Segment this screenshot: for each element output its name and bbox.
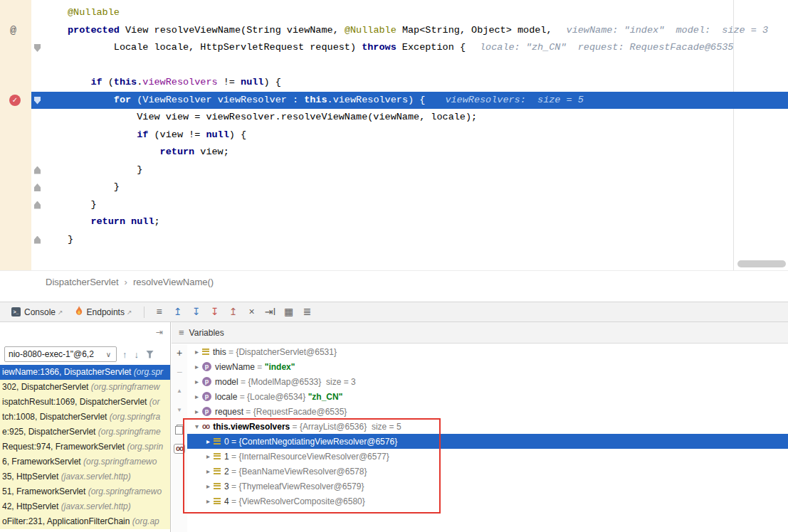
clear-output-icon[interactable]: × (243, 302, 261, 321)
chevron-right-icon[interactable]: ▸ (203, 452, 214, 460)
fold-down-icon[interactable] (34, 44, 41, 52)
frame-row[interactable]: e:925, DispatcherServlet (org.springfram… (0, 425, 170, 440)
chevron-right-icon[interactable]: ▸ (203, 467, 214, 475)
breakpoint-gutter[interactable] (0, 144, 31, 161)
breakpoint-gutter[interactable] (0, 4, 31, 22)
breakpoint-gutter[interactable]: ✓ (0, 92, 31, 110)
chevron-right-icon[interactable]: ▸ (191, 363, 202, 371)
code-line[interactable]: } (0, 179, 788, 196)
variable-row[interactable]: ▾oothis.viewResolvers = {ArrayList@6536}… (187, 419, 788, 434)
code-line[interactable]: Locale locale, HttpServletRequest reques… (0, 39, 788, 57)
frame-row[interactable]: ispatchResult:1069, DispatcherServlet (o… (0, 395, 170, 410)
frame-row[interactable]: oFilter:231, ApplicationFilterChain (org… (0, 514, 170, 529)
fold-up-icon[interactable] (34, 166, 41, 174)
thread-dropdown[interactable]: nio-8080-exec-1"@6,2 ∨ (4, 346, 117, 362)
show-watches-icon[interactable]: oo (174, 444, 185, 454)
breakpoint-gutter[interactable] (0, 161, 31, 179)
variable-row[interactable]: ▸3 = {ThymeleafViewResolver@6579} (187, 479, 788, 494)
breakpoint-icon[interactable]: ✓ (9, 95, 21, 106)
fold-gutter[interactable] (31, 161, 44, 179)
chevron-right-icon[interactable]: ▸ (191, 348, 202, 356)
code-line[interactable]: ✓for (ViewResolver viewResolver : this.v… (0, 92, 788, 110)
variable-row[interactable]: ▸4 = {ViewResolverComposite@6580} (187, 494, 788, 509)
add-watch-icon[interactable]: + (177, 348, 182, 358)
breadcrumb-item[interactable]: DispatcherServlet (46, 277, 119, 287)
fold-gutter[interactable] (31, 74, 44, 92)
code-line[interactable]: return view; (0, 144, 788, 161)
grid-icon[interactable]: ▦ (280, 302, 298, 321)
chevron-down-icon[interactable]: ▾ (191, 422, 202, 430)
frame-row[interactable]: 42, HttpServlet (javax.servlet.http) (0, 499, 170, 514)
code-line[interactable]: } (0, 231, 788, 249)
code-area[interactable]: @Nullable@protected View resolveViewName… (0, 4, 788, 248)
code-line[interactable]: } (0, 196, 788, 214)
code-line[interactable]: return null; (0, 213, 788, 231)
code-line[interactable]: } (0, 161, 788, 179)
fold-gutter[interactable] (31, 213, 44, 231)
scroll-up-red-icon[interactable]: ↥ (224, 302, 243, 321)
menu-icon[interactable]: ≡ (150, 302, 169, 321)
remove-watch-icon[interactable]: − (177, 367, 182, 377)
scroll-up-blue-icon[interactable]: ↥ (169, 302, 187, 321)
chevron-right-icon[interactable]: ▸ (203, 437, 214, 445)
variable-row[interactable]: ▸pmodel = {ModelMap@6533} size = 3 (187, 374, 788, 389)
frame-row[interactable]: 51, FrameworkServlet (org.springframewo (0, 484, 170, 499)
breakpoint-gutter[interactable] (0, 74, 31, 92)
fold-gutter[interactable] (31, 22, 44, 40)
breakpoint-gutter[interactable] (0, 179, 31, 196)
fold-down-icon[interactable] (34, 97, 41, 105)
fold-up-icon[interactable] (34, 201, 41, 209)
code-line[interactable]: View view = viewResolver.resolveViewName… (0, 109, 788, 127)
fold-up-icon[interactable] (34, 183, 41, 191)
frame-row[interactable]: 302, DispatcherServlet (org.springframew (0, 380, 170, 395)
frame-row[interactable]: 35, HttpServlet (javax.servlet.http) (0, 469, 170, 484)
breakpoint-gutter[interactable] (0, 57, 31, 75)
code-line[interactable]: if (this.viewResolvers != null) { (0, 74, 788, 92)
chevron-right-icon[interactable]: ▸ (191, 378, 202, 385)
breakpoint-gutter[interactable] (0, 127, 31, 144)
pane-pin-icon[interactable]: ⇥ (156, 327, 163, 337)
tab-console[interactable]: >_ Console ↗ (6, 302, 69, 321)
variable-row[interactable]: ▸1 = {InternalResourceViewResolver@6577} (187, 449, 788, 464)
fold-gutter[interactable] (31, 4, 44, 22)
chevron-right-icon[interactable]: ▸ (203, 497, 214, 505)
frame-up-icon[interactable]: ↑ (122, 349, 127, 360)
filter-icon[interactable] (146, 351, 154, 358)
frame-row[interactable]: Request:974, FrameworkServlet (org.sprin (0, 440, 170, 454)
scroll-up-icon[interactable]: ▲ (177, 386, 182, 396)
scroll-down-red-icon[interactable]: ↧ (206, 302, 224, 321)
variable-row[interactable]: ▸plocale = {Locale@6534} "zh_CN" (187, 389, 788, 404)
fold-gutter[interactable] (31, 127, 44, 144)
caret-jump-icon[interactable]: ⇥I (261, 302, 280, 321)
variable-row[interactable]: ▸pviewName = "index" (187, 359, 788, 374)
breakpoint-gutter[interactable] (0, 196, 31, 214)
horizontal-scrollbar[interactable] (737, 260, 786, 267)
variable-row[interactable]: ▸this = {DispatcherServlet@6531} (187, 344, 788, 359)
fold-gutter[interactable] (31, 39, 44, 57)
scroll-down-icon[interactable]: ▼ (177, 405, 182, 415)
code-line[interactable]: if (view != null) { (0, 127, 788, 144)
breadcrumb-item[interactable]: resolveViewName() (133, 277, 214, 287)
fold-gutter[interactable] (31, 179, 44, 196)
duplicate-watch-icon[interactable] (175, 425, 184, 435)
code-line[interactable]: @protected View resolveViewName(String v… (0, 22, 788, 40)
frame-row[interactable]: iewName:1366, DispatcherServlet (org.spr (0, 365, 170, 380)
code-line[interactable] (0, 57, 788, 75)
fold-gutter[interactable] (31, 196, 44, 214)
breakpoint-gutter[interactable]: @ (0, 22, 31, 40)
columns-icon[interactable]: ≣ (298, 302, 317, 321)
chevron-right-icon[interactable]: ▸ (191, 408, 202, 415)
code-line[interactable]: @Nullable (0, 4, 788, 22)
breakpoint-gutter[interactable] (0, 39, 31, 57)
menu-icon[interactable]: ≡ (179, 327, 184, 338)
chevron-right-icon[interactable]: ▸ (191, 393, 202, 400)
breakpoint-gutter[interactable] (0, 231, 31, 249)
breakpoint-gutter[interactable] (0, 109, 31, 127)
code-editor[interactable]: @Nullable@protected View resolveViewName… (0, 0, 788, 270)
chevron-right-icon[interactable]: ▸ (203, 482, 214, 490)
variable-row[interactable]: ▸0 = {ContentNegotiatingViewResolver@657… (187, 434, 788, 449)
fold-gutter[interactable] (31, 92, 44, 110)
fold-up-icon[interactable] (34, 236, 41, 244)
variable-row[interactable]: ▸prequest = {RequestFacade@6535} (187, 404, 788, 419)
scroll-down-blue-icon[interactable]: ↧ (187, 302, 206, 321)
